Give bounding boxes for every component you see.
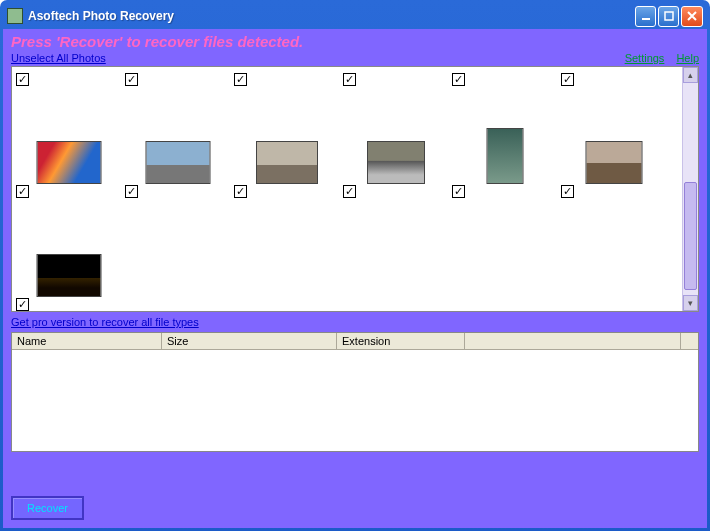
- thumb-cell[interactable]: ✓: [14, 200, 123, 311]
- details-body: [12, 350, 698, 451]
- titlebar[interactable]: Asoftech Photo Recovery: [3, 3, 707, 29]
- instruction-text: Press 'Recover' to recover files detecte…: [3, 29, 707, 52]
- unselect-all-link[interactable]: Unselect All Photos: [11, 52, 106, 64]
- app-icon: [7, 8, 23, 24]
- thumb-cell: ✓: [14, 71, 123, 87]
- window-title: Asoftech Photo Recovery: [28, 9, 633, 23]
- scroll-track[interactable]: [683, 83, 698, 295]
- bottom-bar: Recover: [3, 488, 707, 528]
- photo-checkbox[interactable]: ✓: [234, 185, 247, 198]
- thumb-cell: ✓: [341, 71, 450, 87]
- thumb-cell: ✓: [450, 71, 559, 87]
- thumb-cell: ✓: [232, 71, 341, 87]
- column-header[interactable]: Extension: [337, 333, 465, 349]
- photo-thumbnail[interactable]: [36, 141, 101, 184]
- thumb-cell[interactable]: ✓: [232, 87, 341, 200]
- photo-thumbnail[interactable]: [36, 254, 101, 297]
- thumb-cell[interactable]: ✓: [341, 87, 450, 200]
- vertical-scrollbar[interactable]: ▴ ▾: [682, 67, 698, 311]
- help-link[interactable]: Help: [676, 52, 699, 64]
- svg-rect-0: [642, 18, 650, 20]
- photo-checkbox[interactable]: ✓: [343, 73, 356, 86]
- close-button[interactable]: [681, 6, 703, 27]
- column-header[interactable]: Name: [12, 333, 162, 349]
- photo-checkbox[interactable]: ✓: [125, 73, 138, 86]
- pro-version-bar: Get pro version to recover all file type…: [3, 312, 707, 332]
- photo-checkbox[interactable]: ✓: [234, 73, 247, 86]
- pro-version-link[interactable]: Get pro version to recover all file type…: [11, 316, 199, 328]
- photo-thumbnail[interactable]: [256, 141, 318, 184]
- photo-checkbox[interactable]: ✓: [343, 185, 356, 198]
- column-header[interactable]: [465, 333, 681, 349]
- maximize-button[interactable]: [658, 6, 679, 27]
- scroll-down-button[interactable]: ▾: [683, 295, 698, 311]
- thumb-row: ✓: [14, 200, 680, 311]
- scroll-up-button[interactable]: ▴: [683, 67, 698, 83]
- top-links-bar: Unselect All Photos Settings Help: [3, 52, 707, 66]
- photo-checkbox[interactable]: ✓: [125, 185, 138, 198]
- photo-checkbox[interactable]: ✓: [16, 298, 29, 311]
- top-check-row: ✓✓✓✓✓✓: [14, 71, 680, 87]
- settings-link[interactable]: Settings: [625, 52, 665, 64]
- photo-checkbox[interactable]: ✓: [452, 73, 465, 86]
- details-header: NameSizeExtension: [12, 333, 698, 350]
- photo-thumbnail[interactable]: [367, 141, 425, 184]
- client-area: Press 'Recover' to recover files detecte…: [3, 29, 707, 528]
- photo-checkbox[interactable]: ✓: [561, 73, 574, 86]
- thumb-cell: ✓: [123, 71, 232, 87]
- recover-button[interactable]: Recover: [11, 496, 84, 520]
- photo-checkbox[interactable]: ✓: [16, 73, 29, 86]
- photo-checkbox[interactable]: ✓: [452, 185, 465, 198]
- details-list: NameSizeExtension: [11, 332, 699, 452]
- photo-thumbnail[interactable]: [145, 141, 210, 184]
- app-window: Asoftech Photo Recovery Press 'Recover' …: [0, 0, 710, 531]
- thumb-cell: ✓: [559, 71, 668, 87]
- thumb-row: ✓✓✓✓✓✓: [14, 87, 680, 200]
- photo-thumbnail[interactable]: [585, 141, 642, 184]
- thumb-cell[interactable]: ✓: [123, 87, 232, 200]
- column-header[interactable]: Size: [162, 333, 337, 349]
- photo-grid-panel: ✓✓✓✓✓✓ ✓✓✓✓✓✓ ✓ ▴ ▾: [11, 66, 699, 312]
- scroll-thumb[interactable]: [684, 182, 697, 290]
- photo-checkbox[interactable]: ✓: [16, 185, 29, 198]
- photo-grid: ✓✓✓✓✓✓ ✓✓✓✓✓✓ ✓: [12, 67, 682, 311]
- svg-rect-1: [665, 12, 673, 20]
- thumb-cell[interactable]: ✓: [450, 87, 559, 200]
- photo-checkbox[interactable]: ✓: [561, 185, 574, 198]
- thumb-cell[interactable]: ✓: [559, 87, 668, 200]
- photo-thumbnail[interactable]: [486, 128, 523, 184]
- thumb-cell[interactable]: ✓: [14, 87, 123, 200]
- minimize-button[interactable]: [635, 6, 656, 27]
